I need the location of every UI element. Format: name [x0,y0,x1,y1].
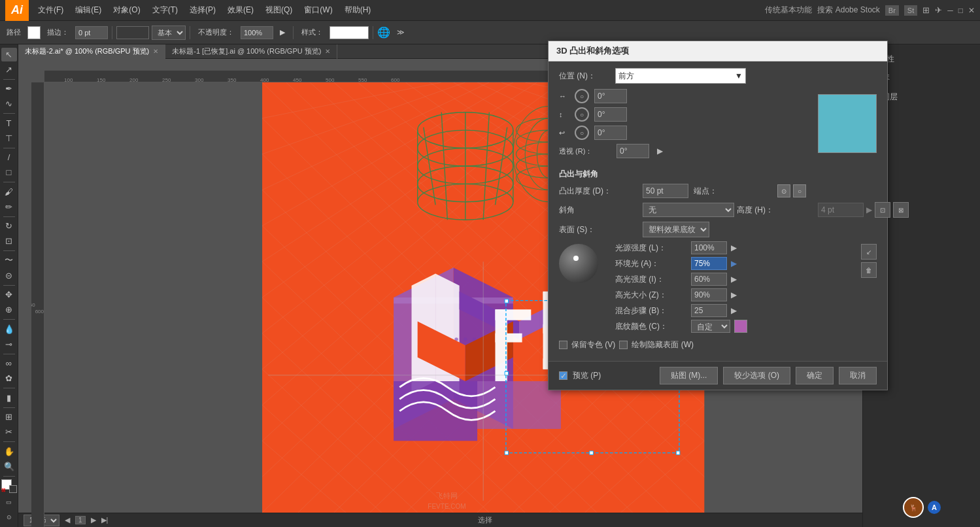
page-nav-last[interactable]: ▶| [101,516,109,524]
adobe-stock-search[interactable]: 搜索 Adobe Stock [817,5,879,16]
tab-1[interactable]: 未标题-2.ai* @ 100% (RGB/GPU 预览) ✕ [18,44,165,59]
normal-mode[interactable]: ▭ [1,495,17,509]
artboard-tool[interactable]: ⊞ [1,411,17,424]
light-intensity-input[interactable] [691,241,727,254]
menu-object[interactable]: 对象(O) [108,2,145,18]
highlight-intensity-input[interactable] [691,273,727,286]
menu-effect[interactable]: 效果(E) [222,2,259,18]
bridge-icon[interactable]: Br [885,5,899,16]
extrude-depth-input[interactable] [643,184,688,198]
more-options[interactable]: ≫ [393,26,409,39]
page-nav-prev[interactable]: ◀ [65,516,70,524]
highlight-size-arrow[interactable]: ▶ [731,290,737,299]
stock-icon[interactable]: St [904,5,917,16]
paste-button[interactable]: 贴图 (M)... [660,367,718,384]
width-tool[interactable]: ⊝ [1,269,17,282]
user-initial-badge[interactable]: A [928,501,941,514]
draw-mode[interactable]: ⊙ [1,510,17,524]
grid-icon[interactable]: ⊞ [922,5,930,15]
preserve-spot-checkbox[interactable] [559,341,567,349]
stroke-value[interactable] [75,26,108,39]
page-nav-input[interactable]: 1 [75,516,86,524]
touch-type-tool[interactable]: ⊤ [1,131,17,145]
highlight-size-input[interactable] [691,288,727,301]
page-nav-next[interactable]: ▶ [91,516,96,524]
perspective-expand[interactable]: ▶ [654,146,666,156]
eyedropper-tool[interactable]: 💧 [1,322,17,336]
ambient-arrow[interactable]: ▶ [731,259,737,268]
minimize-icon[interactable]: ─ [947,6,953,15]
opacity-value[interactable] [241,26,273,39]
x-angle-dial[interactable]: ○ [575,89,589,103]
hand-tool[interactable]: ✋ [1,445,17,458]
style-color[interactable] [329,26,369,39]
fill-stroke-selector[interactable]: ⊠ [1,479,17,493]
bevel-icon-1[interactable]: ⊡ [875,202,890,218]
measure-tool[interactable]: ⊸ [1,337,17,351]
direct-select-tool[interactable]: ↗ [1,63,17,76]
endpoint-cap-off[interactable]: ○ [793,184,806,197]
y-angle-input[interactable] [594,107,627,122]
light-intensity-arrow[interactable]: ▶ [731,243,737,252]
symbol-tool[interactable]: ✿ [1,371,17,385]
column-graph-tool[interactable]: ▮ [1,391,17,405]
rotate-tool[interactable]: ↻ [1,219,17,233]
slice-tool[interactable]: ✂ [1,425,17,439]
pen-tool[interactable]: ✒ [1,82,17,95]
bevel-select[interactable]: 无 [643,203,734,217]
warp-tool[interactable]: 〜 [1,254,17,267]
endpoint-cap-on[interactable]: ⊙ [777,184,790,197]
menu-select[interactable]: 选择(P) [184,2,221,18]
shade-color-select[interactable]: 自定 [691,320,730,333]
line-style-select[interactable]: 基本 [152,26,186,40]
surface-select[interactable]: 塑料效果底纹 [643,222,709,237]
perspective-input[interactable] [617,144,649,158]
height-input[interactable] [818,203,864,217]
maximize-icon[interactable]: □ [958,6,963,15]
tab-2[interactable]: 未标题-1 [已恢复].ai @ 100% (RGB/GPU 预览) ✕ [165,44,337,59]
highlight-intensity-arrow[interactable]: ▶ [731,275,737,284]
bevel-icon-2[interactable]: ⊠ [893,202,909,218]
add-light-btn[interactable]: ↙ [861,244,877,260]
select-tool[interactable]: ↖ [1,48,17,61]
remove-light-btn[interactable]: 🗑 [861,262,877,278]
avatar[interactable]: 🦌 [903,497,924,518]
shape-builder-tool[interactable]: ⊕ [1,303,17,316]
menu-window[interactable]: 窗口(W) [299,2,337,18]
x-angle-input[interactable] [594,89,627,103]
shade-color-swatch[interactable] [734,320,747,333]
stroke-style[interactable] [116,26,149,39]
curvature-tool[interactable]: ∿ [1,97,17,110]
position-select[interactable]: 前方 ▼ [615,68,746,84]
menu-file[interactable]: 文件(F) [33,2,69,18]
workspace-switcher[interactable]: 传统基本功能 [765,5,812,16]
ok-button[interactable]: 确定 [796,367,834,384]
ambient-input[interactable] [691,257,727,270]
menu-view[interactable]: 视图(Q) [260,2,297,18]
fewer-options-button[interactable]: 较少选项 (O) [723,367,790,384]
blend-steps-arrow[interactable]: ▶ [731,306,737,315]
arrow-icon[interactable]: ▶ [276,26,289,39]
z-angle-input[interactable] [594,126,627,140]
pencil-tool[interactable]: ✏ [1,200,17,214]
menu-help[interactable]: 帮助(H) [339,2,377,18]
zoom-tool[interactable]: 🔍 [1,460,17,473]
free-transform-tool[interactable]: ✥ [1,288,17,301]
cancel-button[interactable]: 取消 [839,367,877,384]
scale-tool[interactable]: ⊡ [1,234,17,248]
blend-steps-input[interactable] [691,304,727,317]
tab-2-close[interactable]: ✕ [325,48,330,55]
globe-icon[interactable]: 🌐 [377,26,390,39]
tab-1-close[interactable]: ✕ [153,48,158,55]
paintbrush-tool[interactable]: 🖌 [1,185,17,199]
fill-color[interactable] [27,26,41,39]
share-icon[interactable]: ✈ [935,5,942,15]
z-angle-dial[interactable]: ○ [575,126,589,140]
line-tool[interactable]: / [1,150,17,164]
menu-text[interactable]: 文字(T) [147,2,183,18]
close-icon[interactable]: ✕ [968,6,975,15]
preview-checkbox[interactable]: ✓ [559,371,567,380]
light-sphere-container[interactable] [559,244,598,283]
rect-tool[interactable]: □ [1,165,17,179]
draw-hidden-checkbox[interactable] [619,341,628,349]
